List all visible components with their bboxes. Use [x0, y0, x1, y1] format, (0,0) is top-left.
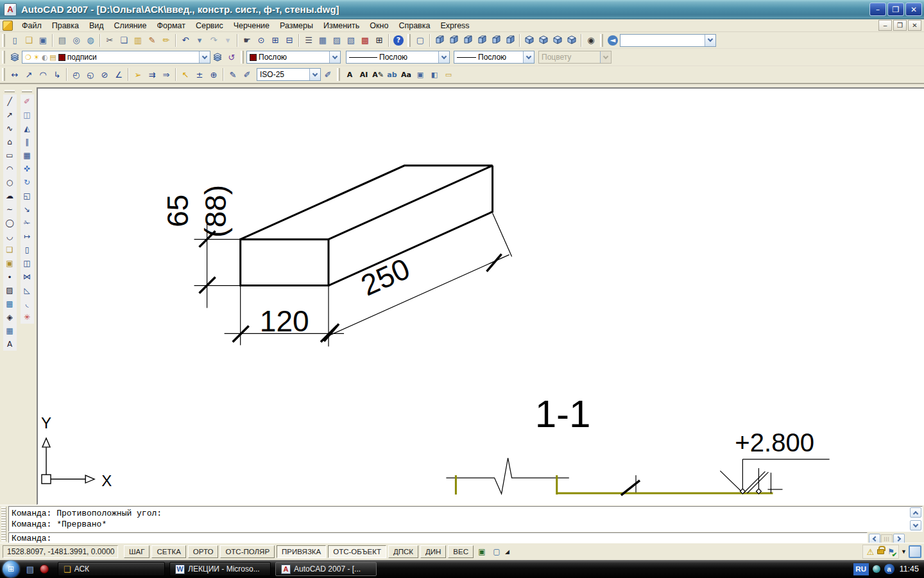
color-combobox[interactable]: Послою: [246, 51, 341, 64]
toolbar-grip[interactable]: [4, 90, 15, 92]
command-history[interactable]: Команда: Противоположный угол:Команда: *…: [8, 506, 923, 532]
toolbar-grip[interactable]: [2, 51, 5, 64]
lineweight-combobox[interactable]: Послою: [454, 51, 535, 64]
cut-button[interactable]: ✂: [103, 33, 117, 48]
named-views-button[interactable]: ▢: [413, 33, 427, 48]
dim-update-button[interactable]: ✐: [321, 67, 335, 82]
dim-style-combobox[interactable]: ISO-25: [257, 68, 321, 81]
justify-text-button[interactable]: ◧: [427, 67, 441, 82]
region-button[interactable]: ◈: [3, 310, 17, 324]
mdi-minimize-button[interactable]: –: [878, 20, 892, 31]
single-line-text-button[interactable]: AI: [357, 67, 371, 82]
dim-linear-button[interactable]: ↔: [8, 67, 22, 82]
toggle-ortho[interactable]: ОРТО: [188, 545, 219, 558]
redo-button[interactable]: ↷: [207, 33, 221, 48]
layer-lock-icon[interactable]: ▤: [49, 53, 56, 62]
taskbar-word-lekcii[interactable]: W ЛЕКЦИИ - Microso...: [169, 562, 271, 576]
command-window-grip[interactable]: [1, 507, 6, 541]
layer-viewport-icon[interactable]: ◐: [42, 53, 48, 62]
layer-on-bulb-icon[interactable]: ❍: [25, 53, 31, 62]
toolbar-grip[interactable]: [2, 34, 5, 47]
menu-format[interactable]: Формат: [152, 19, 191, 31]
command-scrollbar[interactable]: [909, 507, 922, 531]
toolbar-grip[interactable]: [2, 68, 5, 81]
view-sw-isometric-button[interactable]: [522, 33, 536, 48]
hatch-button[interactable]: ▨: [3, 283, 17, 297]
table-button[interactable]: ▦: [3, 324, 17, 337]
menu-tools[interactable]: Сервис: [191, 19, 228, 31]
toolbar-grip[interactable]: [600, 34, 603, 47]
make-block-button[interactable]: ▣: [3, 256, 17, 270]
menu-file[interactable]: Файл: [17, 19, 47, 31]
quick-leader-button[interactable]: ↖: [178, 67, 193, 82]
designcenter-button[interactable]: ▦: [316, 33, 330, 48]
tray-app-icon[interactable]: a: [884, 564, 894, 574]
layer-thaw-sun-icon[interactable]: ☀: [33, 53, 40, 62]
text-style-button[interactable]: Aa: [399, 67, 413, 82]
explode-button[interactable]: ✳: [21, 310, 34, 324]
extend-button[interactable]: ↦: [21, 229, 34, 243]
color-combo-arrow[interactable]: [329, 51, 340, 63]
toggle-lwt[interactable]: ВЕС: [448, 545, 474, 558]
toolbar-grip[interactable]: [22, 90, 32, 92]
match-properties-button[interactable]: ✎: [145, 33, 159, 48]
block-editor-button[interactable]: ✏: [159, 33, 173, 48]
language-indicator[interactable]: RU: [853, 563, 869, 575]
quick-dimension-button[interactable]: ➢: [131, 67, 145, 82]
erase-button[interactable]: ✐: [21, 94, 34, 108]
menu-insert[interactable]: Слияние: [109, 19, 152, 31]
scale-button[interactable]: ◱: [21, 189, 34, 202]
publish-button[interactable]: ◍: [83, 33, 98, 48]
gradient-button[interactable]: ▩: [3, 297, 17, 310]
lineweight-combo-arrow[interactable]: [523, 51, 534, 63]
view-right-button[interactable]: [475, 33, 489, 48]
named-view-combo-arrow[interactable]: [705, 35, 715, 46]
dim-arc-length-button[interactable]: ◠: [36, 67, 50, 82]
menu-draw[interactable]: Черчение: [228, 19, 275, 31]
scroll-down-button[interactable]: [910, 520, 921, 530]
taskbar-autocad[interactable]: A AutoCAD 2007 - [...: [275, 562, 377, 576]
ellipse-arc-button[interactable]: ◡: [3, 229, 17, 243]
clean-screen-button[interactable]: [909, 545, 921, 558]
scroll-up-button[interactable]: [910, 507, 921, 518]
convert-distance-button[interactable]: ▭: [441, 67, 456, 82]
save-file-button[interactable]: ▣: [36, 33, 50, 48]
view-se-isometric-button[interactable]: [536, 33, 551, 48]
dim-style-combo-arrow[interactable]: [309, 69, 320, 80]
minimize-button[interactable]: –: [869, 3, 886, 16]
named-view-combobox[interactable]: [620, 34, 716, 47]
sheet-set-manager-button[interactable]: ▧: [344, 33, 358, 48]
toolbar-grip[interactable]: [241, 51, 244, 64]
toggle-osnap[interactable]: ПРИВЯЗКА: [277, 545, 326, 558]
menu-edit[interactable]: Правка: [47, 19, 84, 31]
zoom-window-button[interactable]: ⊞: [268, 33, 282, 48]
quicklaunch-calculator-icon[interactable]: ▤: [24, 563, 36, 575]
copy-object-button[interactable]: ◫: [21, 108, 34, 121]
toggle-ducs[interactable]: ДПСК: [388, 545, 418, 558]
drawing-canvas[interactable]: 65 (88) 120 250 1-1: [37, 87, 924, 505]
toggle-dyn[interactable]: ДИН: [420, 545, 446, 558]
paste-button[interactable]: ▥: [131, 33, 145, 48]
dim-angular-button[interactable]: ∠: [112, 67, 126, 82]
layer-combo-arrow[interactable]: [199, 51, 210, 63]
center-mark-button[interactable]: ⊕: [207, 67, 221, 82]
layer-properties-manager-button[interactable]: [8, 50, 22, 64]
quicklaunch-app-icon[interactable]: [38, 563, 50, 575]
toolbar-lock-icon[interactable]: [877, 549, 884, 554]
mirror-button[interactable]: ◭: [21, 121, 34, 135]
open-file-button[interactable]: ❑: [22, 33, 36, 48]
drawing-file-icon[interactable]: [3, 21, 13, 31]
rectangle-button[interactable]: ▭: [3, 148, 17, 162]
tray-dropdown-arrow-icon[interactable]: ▼: [901, 548, 907, 555]
communication-center-icon[interactable]: ⚠: [867, 547, 875, 557]
copy-button[interactable]: ❏: [117, 33, 131, 48]
find-replace-button[interactable]: ab: [385, 67, 399, 82]
revision-cloud-button[interactable]: ☁: [3, 189, 17, 202]
view-top-button[interactable]: [432, 33, 447, 48]
spline-button[interactable]: ∼: [3, 202, 17, 216]
coordinates-readout[interactable]: 1528.8097, -1481.3991, 0.0000: [3, 545, 118, 558]
mdi-restore-button[interactable]: ❐: [893, 20, 907, 31]
quickcalc-button[interactable]: ⊞: [372, 33, 386, 48]
polyline-button[interactable]: ∿: [3, 121, 17, 135]
construction-line-button[interactable]: ↗: [3, 108, 17, 121]
